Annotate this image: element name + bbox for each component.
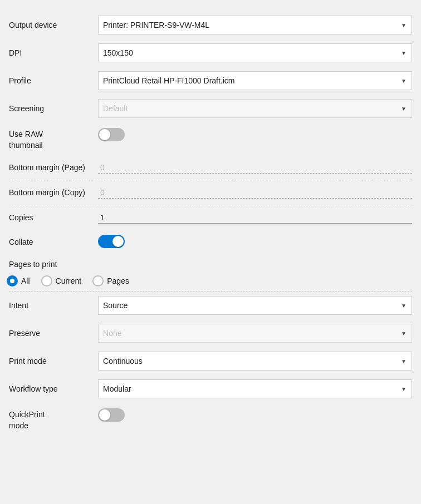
collate-track <box>98 235 125 248</box>
bottom-margin-copy-row: Bottom margin (Copy) <box>0 180 421 205</box>
intent-control: Source <box>98 296 412 315</box>
bottom-margin-page-label: Bottom margin (Page) <box>9 162 98 172</box>
intent-label: Intent <box>9 300 98 310</box>
copies-label: Copies <box>9 213 98 223</box>
profile-row: Profile PrintCloud Retail HP-FI1000 Draf… <box>0 67 421 95</box>
collate-label: Collate <box>9 237 98 247</box>
dpi-row: DPI 150x150 <box>0 39 421 67</box>
screening-label: Screening <box>9 103 98 113</box>
screening-select[interactable]: Default <box>98 99 412 118</box>
quickprint-control <box>98 408 412 423</box>
workflow-type-row: Workflow type Modular <box>0 375 421 403</box>
dpi-select[interactable]: 150x150 <box>98 43 412 62</box>
bottom-margin-page-row: Bottom margin (Page) <box>0 155 421 180</box>
screening-control: Default <box>98 99 412 118</box>
collate-thumb <box>112 236 124 247</box>
bottom-margin-copy-input[interactable] <box>98 187 412 199</box>
workflow-type-label: Workflow type <box>9 384 98 394</box>
radio-pages[interactable]: Pages <box>92 275 129 286</box>
copies-input[interactable] <box>98 212 412 224</box>
print-mode-select-wrapper: Continuous <box>98 352 412 370</box>
radio-all[interactable]: All <box>7 275 30 286</box>
preserve-label: Preserve <box>9 328 98 338</box>
output-device-control: Printer: PRINTER-S9-VW-M4L <box>98 16 412 34</box>
radio-current-circle <box>41 275 52 286</box>
workflow-type-select[interactable]: Modular <box>98 379 412 398</box>
screening-select-wrapper: Default <box>98 99 412 118</box>
raw-thumbnail-control <box>98 128 412 143</box>
radio-current-label: Current <box>56 276 82 285</box>
radio-pages-circle <box>92 275 104 286</box>
output-device-select[interactable]: Printer: PRINTER-S9-VW-M4L <box>98 16 412 34</box>
screening-row: Screening Default <box>0 95 421 122</box>
quickprint-row: QuickPrint mode <box>0 403 421 436</box>
bottom-margin-page-control <box>98 162 412 174</box>
collate-toggle[interactable] <box>98 235 125 248</box>
raw-thumbnail-track <box>98 128 125 141</box>
raw-thumbnail-label: Use RAW thumbnail <box>9 128 98 151</box>
preserve-select-wrapper: None <box>98 324 412 343</box>
radio-current[interactable]: Current <box>41 275 82 286</box>
radio-all-circle <box>7 275 18 286</box>
preserve-control: None <box>98 324 412 343</box>
radio-all-label: All <box>21 276 30 285</box>
raw-thumbnail-thumb <box>99 129 110 140</box>
radio-pages-label: Pages <box>107 276 129 285</box>
pages-to-print-radios: All Current Pages <box>0 271 421 291</box>
collate-control <box>98 235 412 250</box>
workflow-type-control: Modular <box>98 379 412 398</box>
preserve-select[interactable]: None <box>98 324 412 343</box>
print-mode-control: Continuous <box>98 352 412 370</box>
quickprint-thumb <box>99 409 110 421</box>
preserve-row: Preserve None <box>0 319 421 347</box>
dpi-label: DPI <box>9 48 98 58</box>
print-mode-select[interactable]: Continuous <box>98 352 412 370</box>
output-device-row: Output device Printer: PRINTER-S9-VW-M4L <box>0 11 421 39</box>
settings-panel: Output device Printer: PRINTER-S9-VW-M4L… <box>0 6 421 441</box>
dpi-control: 150x150 <box>98 43 412 62</box>
intent-select[interactable]: Source <box>98 296 412 315</box>
quickprint-toggle[interactable] <box>98 408 125 422</box>
dpi-select-wrapper: 150x150 <box>98 43 412 62</box>
collate-row: Collate <box>0 230 421 254</box>
quickprint-track <box>98 408 125 422</box>
bottom-margin-copy-control <box>98 187 412 199</box>
print-mode-label: Print mode <box>9 356 98 366</box>
print-mode-row: Print mode Continuous <box>0 347 421 375</box>
pages-to-print-heading: Pages to print <box>0 254 421 271</box>
quickprint-label: QuickPrint mode <box>9 408 98 431</box>
bottom-margin-copy-label: Bottom margin (Copy) <box>9 187 98 197</box>
intent-select-wrapper: Source <box>98 296 412 315</box>
profile-control: PrintCloud Retail HP-FI1000 Draft.icm <box>98 71 412 90</box>
profile-select-wrapper: PrintCloud Retail HP-FI1000 Draft.icm <box>98 71 412 90</box>
raw-thumbnail-row: Use RAW thumbnail <box>0 122 421 155</box>
copies-control <box>98 212 412 224</box>
intent-row: Intent Source <box>0 291 421 319</box>
workflow-type-select-wrapper: Modular <box>98 379 412 398</box>
profile-select[interactable]: PrintCloud Retail HP-FI1000 Draft.icm <box>98 71 412 90</box>
output-device-select-wrapper: Printer: PRINTER-S9-VW-M4L <box>98 16 412 34</box>
raw-thumbnail-toggle[interactable] <box>98 128 125 141</box>
output-device-label: Output device <box>9 20 98 30</box>
bottom-margin-page-input[interactable] <box>98 162 412 174</box>
profile-label: Profile <box>9 76 98 86</box>
copies-row: Copies <box>0 205 421 230</box>
